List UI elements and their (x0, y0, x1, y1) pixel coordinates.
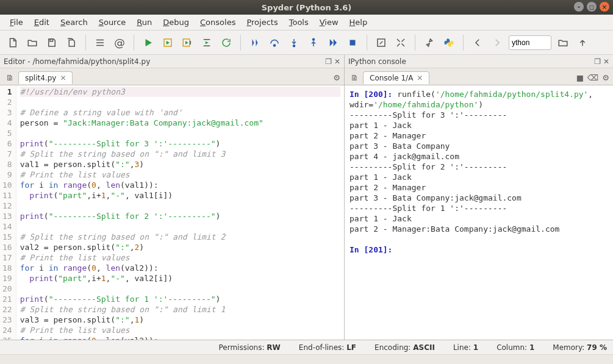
code-line[interactable]: val2 = person.split(":",2) (20, 242, 340, 252)
code-line[interactable]: print("---------Split for 2 ':'---------… (20, 211, 340, 221)
code-line[interactable] (20, 201, 340, 211)
maximize-button[interactable]: ◻ (587, 2, 597, 12)
editor-options-icon[interactable]: ⚙ (333, 73, 340, 82)
editor-tab[interactable]: split4.py ✕ (18, 71, 73, 84)
console-options-icon[interactable]: ⚙ (602, 73, 609, 82)
new-file-icon[interactable] (5, 35, 21, 51)
console-tab[interactable]: Console 1/A ✕ (363, 71, 429, 84)
console-stop-icon[interactable]: ■ (576, 73, 584, 82)
code-line[interactable] (20, 221, 340, 232)
console-pane-header: IPython console ❐ ✕ (345, 55, 613, 68)
menu-projects[interactable]: Projects (242, 16, 282, 29)
status-memory: Memory: 79 % (553, 343, 607, 352)
step-out-icon[interactable] (306, 35, 321, 51)
menubar: FileEditSearchSourceRunDebugConsolesProj… (0, 15, 613, 30)
code-line[interactable] (20, 97, 340, 107)
code-line[interactable]: # Print the list values (20, 252, 340, 263)
save-all-icon[interactable] (63, 35, 79, 51)
console-pane-title: IPython console (348, 57, 406, 66)
menu-source[interactable]: Source (94, 16, 131, 29)
menu-view[interactable]: View (315, 16, 343, 29)
console-close-pane-icon[interactable]: ✕ (603, 57, 609, 66)
back-icon[interactable] (470, 35, 486, 51)
editor-close-pane-icon[interactable]: ✕ (334, 57, 340, 66)
code-line[interactable]: # Print the list values (20, 325, 340, 335)
code-line[interactable]: #!/usr/bin/env python3 (20, 87, 340, 97)
cwd-browse-icon[interactable] (555, 35, 571, 51)
menu-file[interactable]: File (5, 16, 28, 29)
console-pane: IPython console ❐ ✕ 🗎 Console 1/A ✕ ■ ⌫ … (345, 55, 613, 340)
code-line[interactable]: # Define a string value with 'and' (20, 107, 340, 118)
editor-tab-list-icon[interactable]: 🗎 (4, 73, 16, 82)
console-body[interactable]: In [200]: runfile('/home/fahmida/python/… (345, 85, 613, 340)
code-line[interactable]: for i in range(0, len(val3)): (20, 335, 340, 340)
menu-run[interactable]: Run (132, 16, 157, 29)
console-tab-label: Console 1/A (370, 74, 413, 82)
step-in-icon[interactable] (286, 35, 302, 51)
menu-help[interactable]: Help (345, 16, 373, 29)
console-clear-icon[interactable]: ⌫ (587, 73, 598, 82)
console-tab-close-icon[interactable]: ✕ (417, 74, 423, 82)
svg-point-3 (274, 45, 276, 46)
code-line[interactable]: print("part",i+1,"-", val1[i]) (20, 190, 340, 201)
code-line[interactable]: # Split the string based on ":" and limi… (20, 149, 340, 159)
continue-icon[interactable] (325, 35, 341, 51)
svg-point-5 (313, 38, 315, 40)
editor-body[interactable]: 1234567891011121314151617181920212223242… (0, 85, 344, 340)
run-icon[interactable] (140, 35, 156, 51)
editor-tab-close-icon[interactable]: ✕ (60, 74, 66, 82)
editor-pane-title: Editor - /home/fahmida/python/split4.py (4, 57, 150, 66)
code-line[interactable]: print("---------Split for 3 ':'---------… (20, 138, 340, 149)
code-line[interactable]: # Split the string based on ":" and limi… (20, 304, 340, 315)
save-icon[interactable] (44, 35, 60, 51)
python-path-icon[interactable] (441, 35, 457, 51)
bottom-strip (0, 354, 613, 364)
titlebar: Spyder (Python 3.6) – ◻ × (0, 0, 613, 15)
console-tab-list-icon[interactable]: 🗎 (348, 73, 360, 82)
stop-debug-icon[interactable] (345, 35, 360, 51)
step-over-icon[interactable] (267, 35, 282, 51)
statusbar: Permissions: RW End-of-lines: LF Encodin… (0, 340, 613, 354)
run-cell-icon[interactable] (160, 35, 176, 51)
code-line[interactable]: print("part",i+1,"-", val2[i]) (20, 273, 340, 284)
status-column: Column: 1 (496, 343, 534, 352)
console-undock-icon[interactable]: ❐ (594, 57, 601, 66)
run-selection-icon[interactable] (199, 35, 215, 51)
code-line[interactable] (20, 284, 340, 294)
menu-search[interactable]: Search (56, 16, 93, 29)
open-file-icon[interactable] (24, 35, 40, 51)
debug-icon[interactable] (247, 35, 263, 51)
toolbar: @ (0, 30, 613, 55)
status-eol: End-of-lines: LF (299, 343, 356, 352)
menu-tools[interactable]: Tools (284, 16, 314, 29)
svg-rect-0 (50, 39, 53, 41)
editor-pane-header: Editor - /home/fahmida/python/split4.py … (0, 55, 344, 68)
run-cell-advance-icon[interactable] (179, 35, 195, 51)
code-line[interactable]: print("---------Split for 1 ':'---------… (20, 294, 340, 304)
editor-undock-icon[interactable]: ❐ (325, 57, 332, 66)
code-line[interactable]: for i in range(0, len(val1)): (20, 180, 340, 190)
outline-icon[interactable] (92, 35, 108, 51)
fullscreen-icon[interactable] (393, 35, 409, 51)
preferences-icon[interactable] (421, 35, 437, 51)
code-line[interactable]: for i in range(0, len(val2)): (20, 263, 340, 273)
code-line[interactable] (20, 128, 340, 138)
code-line[interactable]: # Split the string based on ":" and limi… (20, 232, 340, 242)
parent-dir-icon[interactable] (575, 35, 590, 51)
minimize-button[interactable]: – (574, 2, 584, 12)
code-line[interactable]: val3 = person.split(":",1) (20, 315, 340, 325)
code-line[interactable]: val1 = person.split(":",3) (20, 159, 340, 170)
svg-point-4 (293, 45, 295, 46)
menu-consoles[interactable]: Consoles (195, 16, 240, 29)
forward-icon[interactable] (489, 35, 505, 51)
at-icon[interactable]: @ (112, 35, 127, 51)
menu-debug[interactable]: Debug (158, 16, 194, 29)
maximize-pane-icon[interactable] (373, 35, 389, 51)
layout-combo[interactable] (509, 35, 551, 50)
code-line[interactable]: # Print the list values (20, 170, 340, 180)
console-tabbar: 🗎 Console 1/A ✕ ■ ⌫ ⚙ (345, 68, 613, 85)
code-line[interactable]: person = "Jack:Manager:Bata Company:jack… (20, 118, 340, 128)
rerun-icon[interactable] (218, 35, 234, 51)
close-button[interactable]: × (600, 2, 609, 12)
menu-edit[interactable]: Edit (29, 16, 54, 29)
